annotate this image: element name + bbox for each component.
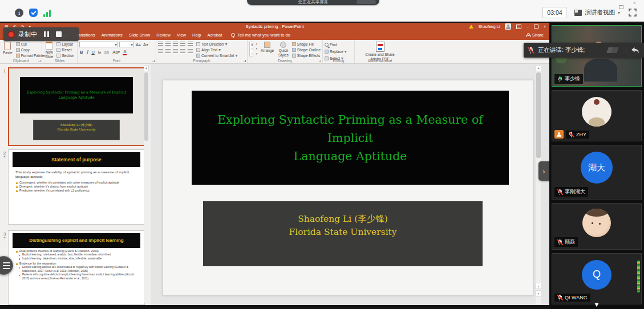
reset-button[interactable]: Reset bbox=[56, 47, 74, 52]
thumb-3-body: Dual-process theories of learning (Evans… bbox=[15, 249, 137, 280]
section-button[interactable]: Section bbox=[56, 53, 74, 58]
strikethrough-button[interactable]: S bbox=[98, 50, 102, 55]
slide-1-thumbnail[interactable]: Exploring Syntactic Priming as a Measure… bbox=[8, 67, 145, 146]
pause-recording-button[interactable] bbox=[44, 31, 49, 37]
lightbulb-icon bbox=[231, 33, 235, 37]
text-shadow-button[interactable]: ab bbox=[104, 50, 110, 55]
grow-font-button[interactable]: A▴ bbox=[135, 42, 141, 47]
fullscreen-icon[interactable] bbox=[628, 8, 637, 17]
previous-slide-button[interactable]: ▴ bbox=[536, 283, 541, 289]
underline-button[interactable]: U bbox=[91, 50, 95, 55]
clipboard-dialog-launcher[interactable] bbox=[38, 60, 40, 62]
account-avatar[interactable] bbox=[505, 23, 511, 30]
font-name-select[interactable]: ▾ bbox=[79, 42, 118, 47]
next-slide-button[interactable]: ▾ bbox=[536, 290, 541, 296]
tab-animations[interactable]: Animations bbox=[102, 32, 123, 38]
tab-view[interactable]: View bbox=[177, 32, 186, 38]
warning-icon[interactable] bbox=[469, 25, 473, 29]
participant-name-chip: 李少锋 bbox=[554, 74, 583, 84]
tab-review[interactable]: Review bbox=[156, 32, 171, 38]
font-dialog-launcher[interactable] bbox=[152, 60, 155, 62]
text-direction-icon bbox=[196, 42, 200, 46]
shrink-font-button[interactable]: A▾ bbox=[143, 42, 149, 47]
paragraph-dialog-launcher[interactable] bbox=[244, 60, 246, 62]
participant-tile-zhy[interactable]: ZHY bbox=[552, 90, 642, 141]
text-direction-button[interactable]: Text Direction▾ bbox=[196, 42, 237, 47]
network-signal-icon[interactable] bbox=[43, 9, 51, 17]
thumbnail-scrollbar[interactable]: ▴ bbox=[144, 65, 149, 303]
new-slide-button[interactable]: New Slide bbox=[44, 42, 54, 59]
format-painter-button[interactable]: Format Painter bbox=[16, 53, 46, 58]
minimize-icon[interactable]: – bbox=[526, 25, 529, 29]
alignment-buttons[interactable] bbox=[158, 49, 193, 54]
account-name[interactable]: Shaofeng Li bbox=[479, 25, 500, 29]
main-scrollbar-thumb[interactable] bbox=[536, 72, 541, 158]
thumb-1-titlebox: Exploring Syntactic Priming as a Measure… bbox=[20, 77, 133, 113]
drawing-dialog-launcher[interactable] bbox=[319, 60, 321, 62]
paste-button[interactable]: Paste bbox=[2, 42, 14, 58]
shape-fill-button[interactable]: Shape Fill bbox=[292, 42, 321, 47]
mic-muted-icon[interactable] bbox=[528, 47, 533, 54]
slide-2-thumbnail[interactable]: Statement of purpose This study explores… bbox=[8, 149, 145, 225]
scroll-up-icon[interactable]: ▴ bbox=[144, 65, 149, 71]
slide-subtitle-textbox[interactable]: Shaofeng Li (李少锋)Florida State Universit… bbox=[203, 201, 483, 266]
restore-icon[interactable] bbox=[534, 25, 538, 29]
font-color-button[interactable]: A bbox=[123, 49, 127, 55]
align-text-button[interactable]: Align Text▾ bbox=[196, 47, 237, 52]
scroll-up-icon[interactable]: ▴ bbox=[536, 65, 541, 71]
slide-2-number: 2 * bbox=[2, 151, 7, 159]
thumb-2-body: This study explores the validity of synt… bbox=[15, 170, 137, 193]
stop-share-chip[interactable] bbox=[357, 0, 376, 4]
align-center-icon bbox=[165, 49, 171, 54]
italic-button[interactable]: I bbox=[86, 50, 88, 55]
create-pdf-button[interactable]: Create and Share Adobe PDF bbox=[357, 42, 403, 61]
ribbon-display-options-icon[interactable] bbox=[516, 25, 521, 29]
tell-me-box[interactable]: Tell me what you want to do bbox=[231, 32, 290, 38]
quick-styles-button[interactable]: Quick Styles bbox=[277, 42, 290, 58]
close-icon[interactable]: × bbox=[544, 25, 546, 29]
stop-recording-button[interactable] bbox=[56, 31, 62, 37]
participant-tile-ligang[interactable]: 湖大 李刚湖大 bbox=[552, 145, 642, 200]
thumb-3-header: Distinguishing explicit and implicit lea… bbox=[13, 233, 140, 248]
replace-button[interactable]: Replace▾ bbox=[325, 49, 353, 54]
sidebar-collapse-handle[interactable]: › bbox=[538, 161, 549, 181]
share-button[interactable]: Share bbox=[526, 32, 544, 38]
arrange-button[interactable]: Arrange bbox=[260, 42, 275, 58]
tab-slide-show[interactable]: Slide Show bbox=[129, 32, 151, 38]
shape-outline-button[interactable]: Shape Outline bbox=[292, 47, 321, 52]
cut-icon bbox=[16, 42, 20, 46]
participant-tile-qiwang[interactable]: Q QI WANG bbox=[552, 253, 642, 304]
window-close-icon[interactable]: × bbox=[633, 1, 636, 5]
tab-acrobat[interactable]: Acrobat bbox=[207, 32, 222, 38]
participant-name-chip: QI WANG bbox=[554, 294, 590, 302]
shapes-gallery[interactable]: ⊞⊟╲╱□○ □△◇☆⌒⊕ ◇☆{}∿⊙ bbox=[249, 42, 253, 56]
scroll-more-participants-icon[interactable]: ▼ bbox=[594, 302, 600, 308]
find-button[interactable]: Find bbox=[325, 42, 353, 47]
layout-button[interactable]: Layout bbox=[56, 42, 74, 47]
thumbnail-scrollbar-thumb[interactable] bbox=[144, 72, 148, 141]
screen-share-banner[interactable]: 您正在共享屏幕 bbox=[247, 0, 379, 5]
ppt-titlebar: ▤ ↶ ↷ ▾ Syntactic priming - PowerPoint S… bbox=[0, 23, 549, 30]
participants-sidebar: 李少锋 ZHY 湖大 李刚湖大 顾磊 bbox=[549, 23, 644, 309]
current-slide[interactable]: Exploring Syntactic Priming as a Measure… bbox=[163, 80, 533, 296]
copy-button[interactable]: Copy bbox=[16, 47, 46, 52]
slide-3-thumbnail[interactable]: Distinguishing explicit and implicit lea… bbox=[8, 230, 145, 305]
change-case-button[interactable]: Aa▾ bbox=[112, 50, 120, 55]
slide-title-textbox[interactable]: Exploring Syntactic Priming as a Measure… bbox=[192, 91, 509, 185]
tab-help[interactable]: Help bbox=[192, 32, 201, 38]
participant-tile-gulei[interactable]: 顾磊 bbox=[552, 203, 642, 250]
speaker-view-button[interactable]: 演讲者视图 ▾ bbox=[574, 9, 620, 17]
main-vertical-scrollbar[interactable]: ▴ ▴ ▾ bbox=[536, 65, 541, 304]
reply-arrow-icon[interactable] bbox=[631, 47, 639, 54]
shape-effects-button[interactable]: Shape Effects bbox=[292, 53, 321, 58]
security-shield-icon[interactable] bbox=[29, 9, 38, 17]
participant-name-chip: 李刚湖大 bbox=[554, 187, 588, 197]
shape-outline-icon bbox=[292, 48, 296, 52]
list-indent-buttons[interactable] bbox=[158, 42, 193, 46]
cut-button[interactable]: Cut bbox=[16, 42, 46, 47]
font-size-select[interactable]: ▾ bbox=[119, 42, 134, 47]
convert-smartart-button[interactable]: Convert to SmartArt▾ bbox=[196, 53, 237, 58]
info-icon[interactable]: i bbox=[15, 9, 23, 17]
shapes-gallery-scroll[interactable]: ▴▾▾ bbox=[256, 42, 257, 58]
bold-button[interactable]: B bbox=[79, 50, 83, 55]
